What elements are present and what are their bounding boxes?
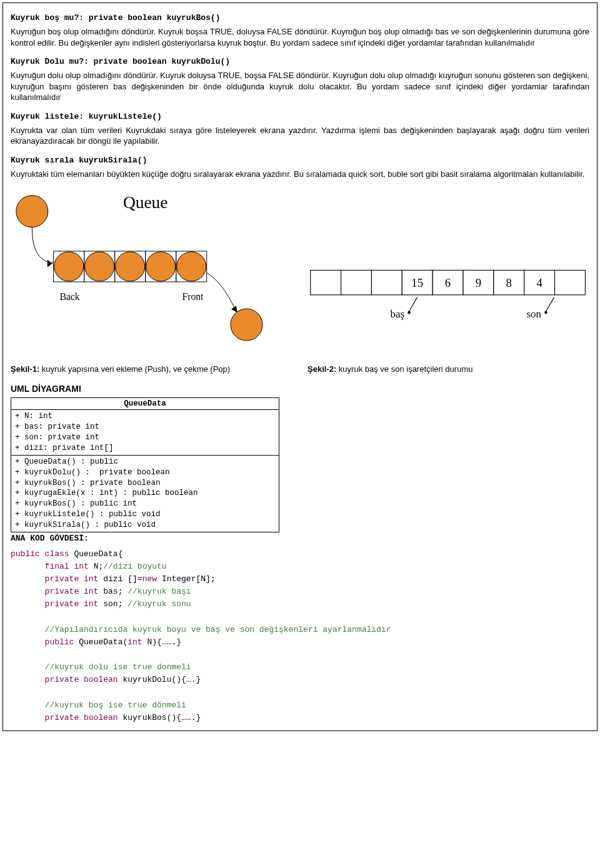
para-kuyruksirala: Kuyruktaki tüm elemanları büyükten küçüğ… (11, 169, 589, 180)
uml-table: QueueData + N: int + bas: private int + … (11, 397, 279, 532)
figure2-caption: Şekil-2: kuyruk baş ve son işaretçileri … (308, 364, 589, 374)
uml-attr-0: + N: int (15, 411, 275, 422)
figure1-caption: Şekil-1: kuyruk yapısına veri ekleme (Pu… (11, 364, 292, 374)
uml-attr-1: + bas: private int (15, 422, 275, 432)
svg-rect-14 (371, 270, 402, 294)
para-kuyrukbos: Kuyruğun boş olup olmadığını döndürür. K… (11, 26, 589, 48)
svg-point-8 (116, 252, 145, 281)
figure2-caption-bold: Şekil-2: (308, 364, 336, 374)
svg-line-23 (546, 297, 554, 311)
uml-classname: QueueData (11, 398, 279, 410)
uml-op-5: + kuyrukListele() : public void (15, 509, 275, 520)
cell-val-3: 8 (506, 276, 512, 289)
cell-val-2: 9 (476, 276, 481, 289)
label-back: Back (59, 292, 79, 302)
heading-kuyruklistele: Kuyruk listele: kuyrukListele() (11, 112, 589, 121)
heading-kuyrukdolu: Kuyruk Dolu mu?: private boolean kuyrukD… (11, 57, 589, 66)
svg-rect-12 (311, 270, 341, 294)
svg-point-9 (146, 252, 176, 281)
uml-attr-3: + dizi: private int[] (15, 443, 275, 454)
figures-row: Queue (11, 187, 589, 374)
figure-2: 15 6 9 8 4 baş son Şekil-2: kuyruk baş v… (308, 264, 589, 374)
heading-kuyrukbos: Kuyruk boş mu?: private boolean kuyrukBo… (11, 13, 589, 22)
svg-line-21 (409, 297, 418, 311)
svg-point-24 (544, 311, 548, 314)
heading-kuyruksirala: Kuyruk sırala kuyrukSirala() (11, 156, 589, 165)
svg-point-22 (408, 311, 411, 314)
cell-val-0: 15 (411, 276, 423, 289)
svg-point-7 (85, 252, 114, 281)
cell-val-1: 6 (445, 276, 451, 289)
figure2-caption-text: kuyruk baş ve son işaretçileri durumu (336, 364, 472, 374)
label-bas: baş (390, 307, 404, 319)
code-block: public class QueueData{ final int N;//di… (11, 548, 589, 724)
cell-val-4: 4 (536, 276, 542, 289)
uml-op-0: + QueueData() : public (15, 457, 275, 467)
figure1-title: Queue (123, 194, 168, 212)
para-kuyruklistele: Kuyrukta var olan tüm verileri Kuyrukdak… (11, 125, 589, 147)
queue-node-incoming (16, 196, 48, 227)
svg-rect-13 (341, 270, 372, 294)
uml-op-6: + kuyrukSirala() : public void (15, 520, 275, 531)
svg-marker-0 (48, 260, 52, 267)
uml-op-4: + kuyrukBos() : public int (15, 499, 275, 509)
figure1-caption-bold: Şekil-1: (11, 364, 39, 374)
queue-array-pointers: 15 6 9 8 4 baş son (308, 264, 589, 347)
queue-push-pop-diagram: Queue (11, 187, 292, 346)
para-kuyrukdolu: Kuyruğun dolu olup olmadığını döndürür. … (11, 70, 589, 103)
label-son: son (526, 307, 541, 319)
uml-op-3: + kuyrugaEkle(x : int) : public boolean (15, 488, 275, 499)
code-heading: ANA KOD GÖVDESİ: (11, 534, 589, 543)
figure1-caption-text: kuyruk yapısına veri ekleme (Push), ve ç… (39, 364, 230, 374)
figure-1: Queue (11, 187, 292, 374)
svg-point-6 (54, 252, 84, 281)
uml-op-1: + kuyrukDolu() : private boolean (15, 467, 275, 478)
uml-op-2: + kuyrukBos() : private boolean (15, 478, 275, 489)
svg-rect-20 (555, 270, 586, 294)
svg-point-10 (177, 252, 206, 281)
document-page: Kuyruk boş mu?: private boolean kuyrukBo… (2, 2, 598, 731)
uml-heading: UML DİYAGRAMI (11, 384, 589, 394)
queue-node-outgoing (231, 309, 262, 341)
label-front: Front (182, 292, 204, 302)
uml-attr-2: + son: private int (15, 432, 275, 443)
